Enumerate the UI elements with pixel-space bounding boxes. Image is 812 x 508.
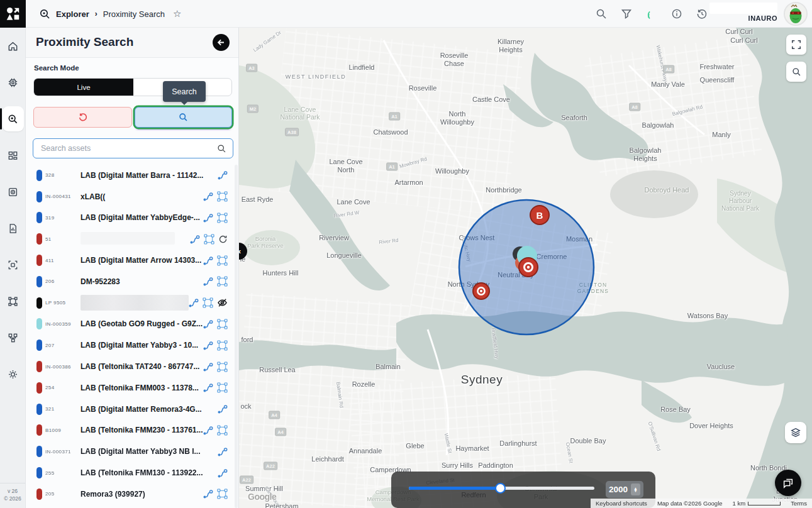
sidebar-item-settings[interactable] — [0, 356, 26, 392]
fullscreen-icon — [791, 40, 801, 50]
asset-row[interactable]: 255LAB (Teltonika FMM130 - 113922... — [26, 462, 238, 483]
explore-icon — [39, 8, 50, 19]
layers-button[interactable] — [785, 422, 806, 443]
asset-row[interactable]: IN-000386LAB (Teltonika TAT240 - 867747.… — [26, 356, 238, 377]
google-logo[interactable]: Google — [248, 492, 276, 502]
sidebar-item-geofences[interactable] — [0, 283, 26, 319]
asset-status-pill — [36, 382, 42, 394]
refresh-icon[interactable] — [218, 235, 228, 244]
asset-row[interactable]: 321LAB (Digital Matter Remora3-4G... — [26, 399, 238, 420]
sidebar-item-explorer[interactable] — [0, 101, 26, 137]
history-icon[interactable] — [696, 8, 708, 19]
map-search-button[interactable] — [786, 62, 806, 82]
action-buttons — [33, 107, 232, 128]
asset-status-pill — [36, 255, 42, 266]
marker-bullseye-1[interactable] — [519, 258, 538, 277]
stepper-down-icon[interactable]: ▼ — [633, 490, 637, 492]
scale-line — [748, 502, 781, 505]
asset-status-pill — [36, 318, 42, 329]
integrations-icon — [7, 332, 19, 344]
keyboard-shortcuts[interactable]: Keyboard shortcuts — [596, 500, 647, 507]
route-icon[interactable] — [188, 297, 199, 308]
back-button[interactable] — [213, 34, 230, 51]
asset-label: xLAB(( — [81, 192, 220, 201]
asset-row[interactable]: 51 — [26, 228, 238, 250]
list-scrollbar[interactable] — [235, 165, 238, 508]
asset-row[interactable]: LP 9505 — [26, 292, 238, 314]
geofence-icon[interactable] — [203, 297, 213, 308]
radius-slider-fill — [409, 487, 500, 490]
chat-icon — [782, 477, 794, 489]
asset-id: 205 — [45, 491, 78, 497]
app-logo[interactable] — [0, 0, 26, 28]
info-icon[interactable] — [671, 8, 682, 19]
asset-id: 321 — [45, 406, 78, 412]
asset-label-redacted — [81, 295, 189, 311]
sidebar-item-records[interactable] — [0, 174, 26, 210]
radius-slider-track[interactable] — [409, 487, 594, 490]
asset-row[interactable]: 254LAB (Teltonika FMM003 - 11378... — [26, 377, 238, 399]
input-search-icon — [217, 144, 226, 153]
asset-id: 254 — [45, 385, 78, 390]
sidebar-item-home[interactable] — [0, 28, 26, 64]
breadcrumb-separator: › — [95, 9, 97, 18]
geofence-icon[interactable] — [204, 234, 214, 245]
asset-status-pill — [36, 489, 42, 500]
sidebar-item-reports[interactable] — [0, 210, 26, 246]
sidebar-item-dashboards[interactable] — [0, 137, 26, 174]
live-stream-icon[interactable] — [646, 8, 657, 19]
capture-icon — [7, 259, 19, 271]
asset-search-box — [33, 138, 233, 158]
sidebar-item-capture[interactable] — [0, 246, 26, 283]
breadcrumb-app[interactable]: Explorer — [56, 9, 89, 19]
asset-row[interactable]: IN-000431xLAB(( — [26, 186, 238, 207]
version: v 26 — [0, 487, 25, 495]
marker-letter-b[interactable]: B — [530, 206, 549, 224]
fullscreen-button[interactable] — [786, 35, 806, 55]
redacted-user-info — [709, 3, 777, 14]
asset-row[interactable]: 206DM-952283 — [26, 271, 238, 292]
active-indicator-bar — [0, 108, 2, 130]
sidebar-item-devices[interactable] — [0, 64, 26, 101]
run-search-button[interactable] — [135, 107, 232, 128]
asset-row[interactable]: 207LAB (Digital Matter Yabby3 - 10... — [26, 334, 238, 356]
asset-label: LAB (Digital Matter Remora3-4G... — [81, 405, 220, 414]
asset-row[interactable]: 205Remora3 (939927) — [26, 483, 238, 505]
asset-row[interactable]: 328LAB (Digital Matter Barra - 11142... — [26, 165, 238, 186]
route-icon[interactable] — [189, 234, 200, 245]
reset-button[interactable] — [33, 107, 132, 128]
toggle-live[interactable]: Live — [34, 79, 133, 96]
asset-row[interactable]: IN-000359LAB (Geotab GO9 Rugged - G9Z... — [26, 314, 238, 335]
terms-link[interactable]: Terms — [791, 500, 807, 507]
search-icon[interactable] — [596, 8, 607, 19]
asset-row[interactable]: B1009LAB (Teltonika FMM230 - 113761... — [26, 420, 238, 441]
back-arrow-icon — [216, 38, 226, 47]
asset-status-pill — [36, 276, 42, 287]
layers-icon — [790, 427, 801, 438]
radius-slider-thumb[interactable] — [495, 483, 506, 494]
asset-row[interactable]: IN-000371LAB (Digital Matter Yabby3 NB I… — [26, 441, 238, 462]
dashboard-icon — [7, 150, 19, 162]
map-overlay: B — [239, 28, 812, 508]
eye-off-icon[interactable] — [217, 297, 228, 308]
asset-status-pill — [36, 467, 42, 478]
asset-row[interactable]: 319LAB (Digital Matter YabbyEdge-... — [26, 207, 238, 229]
map-canvas[interactable]: Lady Game DrWEST LINDFIELDLindfieldRosev… — [239, 28, 812, 508]
avatar[interactable] — [784, 2, 808, 26]
asset-id: 51 — [45, 236, 78, 242]
asset-id: IN-000359 — [45, 321, 78, 327]
search-input[interactable] — [40, 143, 217, 153]
asset-actions — [188, 297, 228, 308]
copyright: © 2026 — [0, 495, 25, 503]
asset-label: LAB (Geotab GO9 Rugged - G9Z... — [81, 319, 220, 328]
filter-icon[interactable] — [621, 8, 632, 19]
marker-bullseye-2[interactable] — [473, 283, 489, 299]
chat-button[interactable] — [775, 470, 801, 496]
sidebar-item-integrations[interactable] — [0, 319, 26, 356]
asset-row[interactable]: 411LAB (Digital Matter Arrow 14303... — [26, 250, 238, 271]
radius-stepper[interactable]: ▲ ▼ — [631, 483, 640, 495]
asset-status-pill — [36, 340, 42, 351]
favorite-star-icon[interactable]: ☆ — [173, 8, 181, 19]
radius-value: 2000 — [609, 485, 628, 494]
search-mode-toggle: Live Search — [33, 78, 232, 96]
